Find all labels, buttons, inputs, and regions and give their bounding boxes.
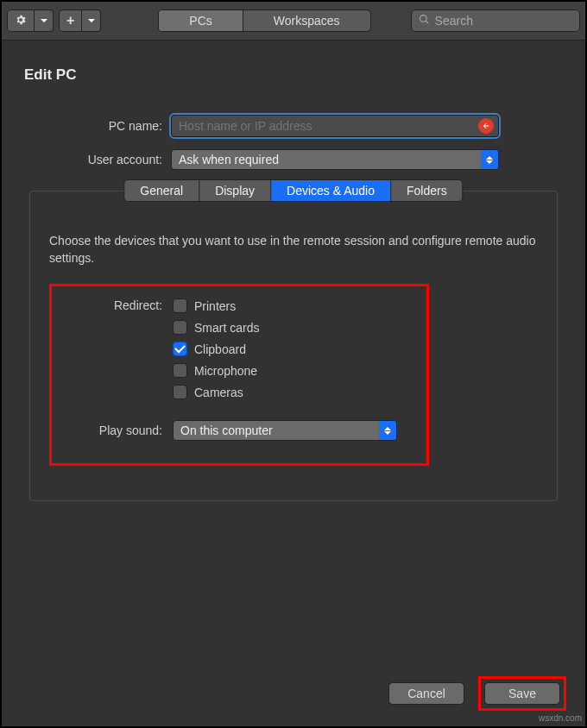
select-stepper-icon bbox=[379, 421, 396, 440]
redirect-clipboard[interactable]: Clipboard bbox=[173, 342, 259, 356]
sheet-title: Edit PC bbox=[24, 66, 570, 84]
redirect-row: Redirect: Printers Smart cards Clipboard bbox=[69, 298, 409, 399]
redirect-smart-cards[interactable]: Smart cards bbox=[173, 320, 259, 335]
cancel-button[interactable]: Cancel bbox=[388, 682, 464, 705]
user-account-select[interactable]: Ask when required bbox=[171, 149, 499, 170]
watermark: wsxdn.com bbox=[539, 713, 582, 723]
search-field[interactable]: Search bbox=[411, 9, 580, 32]
dialog-footer: Cancel Save bbox=[388, 676, 566, 711]
arrow-left-icon bbox=[482, 119, 490, 133]
chevron-down-icon bbox=[41, 19, 47, 22]
edit-pc-sheet: Edit PC PC name: User account: Ask when … bbox=[2, 41, 585, 501]
view-segmented-control: PCs Workspaces bbox=[158, 9, 370, 32]
add-button[interactable]: + bbox=[59, 9, 82, 32]
redirect-label: Redirect: bbox=[69, 298, 173, 312]
highlight-box-save: Save bbox=[478, 676, 566, 711]
checkbox[interactable] bbox=[173, 385, 187, 399]
user-account-row: User account: Ask when required bbox=[17, 149, 570, 170]
error-indicator[interactable] bbox=[478, 118, 494, 134]
pc-name-row: PC name: bbox=[17, 115, 570, 137]
search-icon bbox=[419, 14, 430, 28]
settings-menu-button[interactable] bbox=[35, 9, 54, 32]
settings-button-group bbox=[7, 9, 54, 32]
segment-pcs[interactable]: PCs bbox=[159, 10, 243, 31]
svg-point-0 bbox=[420, 16, 426, 22]
segment-workspaces[interactable]: Workspaces bbox=[243, 10, 370, 31]
play-sound-label: Play sound: bbox=[69, 424, 173, 437]
checkbox[interactable] bbox=[173, 363, 187, 378]
gear-icon bbox=[15, 14, 27, 28]
play-sound-value: On this computer bbox=[180, 424, 273, 437]
chevron-down-icon bbox=[88, 19, 95, 22]
tab-display[interactable]: Display bbox=[199, 180, 271, 201]
pc-name-label: PC name: bbox=[17, 119, 171, 133]
play-sound-select[interactable]: On this computer bbox=[173, 420, 397, 441]
tab-general[interactable]: General bbox=[124, 180, 199, 201]
panel-description: Choose the devices that you want to use … bbox=[49, 233, 538, 267]
section-tabs: General Display Devices & Audio Folders bbox=[123, 179, 463, 202]
settings-button[interactable] bbox=[7, 9, 35, 32]
tab-devices-audio[interactable]: Devices & Audio bbox=[271, 180, 391, 201]
option-label: Cameras bbox=[194, 386, 243, 399]
redirect-cameras[interactable]: Cameras bbox=[173, 385, 259, 399]
checkbox[interactable] bbox=[173, 320, 187, 335]
user-account-label: User account: bbox=[17, 153, 171, 166]
svg-line-1 bbox=[426, 21, 428, 23]
option-label: Microphone bbox=[194, 364, 257, 378]
redirect-microphone[interactable]: Microphone bbox=[173, 363, 259, 378]
toolbar: + PCs Workspaces Search bbox=[2, 2, 585, 41]
checkbox[interactable] bbox=[173, 298, 187, 313]
settings-panel: General Display Devices & Audio Folders … bbox=[29, 191, 558, 501]
option-label: Clipboard bbox=[194, 342, 246, 356]
select-stepper-icon bbox=[481, 150, 498, 169]
checkbox[interactable] bbox=[173, 342, 187, 356]
play-sound-row: Play sound: On this computer bbox=[69, 420, 409, 441]
add-menu-button[interactable] bbox=[82, 9, 101, 32]
redirect-options: Printers Smart cards Clipboard Microphon… bbox=[173, 298, 259, 399]
highlight-box-redirect: Redirect: Printers Smart cards Clipboard bbox=[49, 284, 429, 466]
option-label: Printers bbox=[194, 299, 236, 313]
option-label: Smart cards bbox=[194, 321, 259, 335]
pc-name-input-wrap bbox=[171, 115, 499, 137]
user-account-value: Ask when required bbox=[179, 153, 279, 166]
plus-icon: + bbox=[66, 13, 74, 28]
tab-folders[interactable]: Folders bbox=[391, 180, 463, 201]
redirect-printers[interactable]: Printers bbox=[173, 298, 259, 313]
search-placeholder: Search bbox=[435, 14, 473, 28]
save-button[interactable]: Save bbox=[484, 682, 560, 705]
add-button-group: + bbox=[59, 9, 101, 32]
pc-name-input[interactable] bbox=[171, 115, 499, 137]
